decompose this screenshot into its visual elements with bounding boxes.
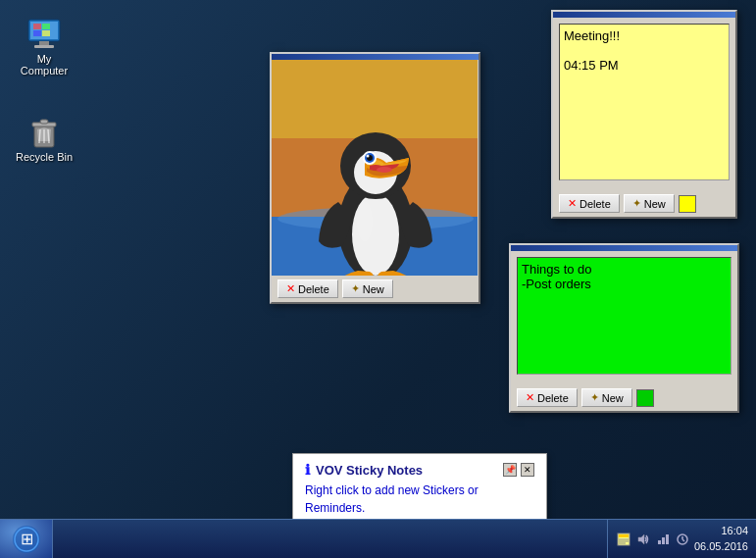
svg-rect-6	[33, 30, 41, 36]
info-icon: ℹ	[305, 462, 310, 478]
svg-marker-14	[37, 127, 51, 141]
extra-svg	[676, 533, 689, 546]
penguin-svg	[272, 60, 478, 276]
svg-rect-4	[33, 24, 41, 29]
meeting-new-icon: ✦	[632, 197, 641, 210]
svg-rect-39	[662, 537, 665, 544]
svg-rect-33	[619, 534, 629, 537]
svg-line-43	[682, 539, 684, 541]
svg-rect-3	[34, 45, 54, 48]
volume-tray-icon[interactable]	[635, 532, 651, 547]
meeting-new-label: New	[644, 198, 666, 210]
taskbar-area	[53, 520, 607, 558]
svg-rect-2	[39, 41, 49, 45]
todo-new-button[interactable]: ✦ New	[581, 388, 632, 407]
recycle-bin-label: Recycle Bin	[16, 151, 73, 163]
tooltip-controls: 📌 ✕	[503, 463, 534, 477]
meeting-sticky-textarea[interactable]: Meeting!!! 04:15 PM	[559, 24, 730, 180]
meeting-delete-label: Delete	[580, 198, 611, 210]
clock-time: 16:04	[694, 524, 748, 538]
svg-rect-15	[272, 60, 478, 138]
my-computer-svg	[25, 14, 64, 53]
svg-rect-13	[40, 120, 48, 124]
network-svg	[656, 533, 670, 546]
image-window-footer: ✕ Delete ✦ New	[272, 276, 479, 302]
meeting-delete-icon: ✕	[568, 197, 577, 210]
clock-date: 06.05.2016	[694, 539, 748, 554]
image-new-label: New	[363, 283, 384, 295]
todo-sticky-textarea[interactable]: Things to do -Post orders	[517, 257, 731, 375]
todo-sticky-content: Things to do -Post orders	[511, 251, 737, 384]
meeting-sticky-footer: ✕ Delete ✦ New	[553, 190, 735, 217]
start-button[interactable]: ⊞	[0, 520, 53, 559]
penguin-image	[272, 60, 478, 276]
todo-delete-button[interactable]: ✕ Delete	[517, 388, 578, 407]
svg-rect-7	[42, 30, 50, 36]
todo-delete-label: Delete	[537, 392, 569, 404]
tooltip-link1: new	[398, 483, 420, 497]
recycle-bin-icon[interactable]: Recycle Bin	[10, 108, 78, 167]
tooltip-close-button[interactable]: ✕	[521, 463, 534, 477]
todo-new-icon: ✦	[590, 391, 599, 404]
meeting-color-swatch[interactable]	[679, 195, 696, 213]
delete-icon: ✕	[286, 282, 295, 295]
penguin-window: ✕ Delete ✦ New	[270, 52, 480, 304]
svg-text:⊞: ⊞	[20, 531, 32, 547]
sticky-notes-tray-icon[interactable]	[616, 532, 631, 547]
network-tray-icon[interactable]	[655, 532, 671, 547]
tooltip-title: ℹ VOV Sticky Notes	[305, 462, 423, 478]
svg-rect-38	[658, 540, 661, 544]
tooltip-line1: Right click to add new Stickers or Remin…	[305, 483, 479, 515]
meeting-delete-button[interactable]: ✕ Delete	[559, 194, 620, 213]
clock: 16:04 06.05.2016	[694, 524, 748, 554]
svg-rect-40	[666, 534, 669, 544]
svg-point-28	[357, 202, 373, 241]
new-icon: ✦	[351, 282, 360, 295]
meeting-sticky-note: Meeting!!! 04:15 PM ✕ Delete ✦ New	[551, 10, 737, 219]
svg-point-23	[377, 167, 392, 173]
todo-sticky-note: Things to do -Post orders ✕ Delete ✦ New	[509, 243, 739, 413]
svg-point-27	[367, 155, 370, 158]
image-delete-label: Delete	[298, 283, 329, 295]
tooltip-header: ℹ VOV Sticky Notes 📌 ✕	[305, 462, 534, 478]
tooltip-title-text: VOV Sticky Notes	[316, 463, 423, 478]
recycle-bin-svg	[25, 112, 64, 151]
svg-marker-37	[638, 534, 644, 544]
todo-new-label: New	[602, 392, 624, 404]
meeting-sticky-content: Meeting!!! 04:15 PM	[553, 18, 735, 190]
todo-sticky-footer: ✕ Delete ✦ New	[511, 384, 737, 411]
extra-tray-icon[interactable]	[675, 532, 690, 547]
svg-rect-5	[42, 24, 50, 29]
my-computer-label: My Computer	[14, 53, 75, 76]
tooltip-pin-button[interactable]: 📌	[503, 463, 517, 477]
windows-logo-icon: ⊞	[11, 524, 42, 555]
meeting-new-button[interactable]: ✦ New	[624, 194, 675, 213]
volume-svg	[636, 533, 650, 546]
system-tray: 16:04 06.05.2016	[607, 520, 756, 558]
todo-delete-icon: ✕	[526, 391, 534, 404]
taskbar: ⊞	[0, 519, 756, 558]
todo-color-swatch[interactable]	[636, 389, 654, 407]
my-computer-icon[interactable]: My Computer	[10, 10, 78, 80]
image-delete-button[interactable]: ✕ Delete	[277, 279, 338, 298]
image-new-button[interactable]: ✦ New	[342, 279, 393, 298]
sticky-tray-svg	[616, 532, 631, 547]
